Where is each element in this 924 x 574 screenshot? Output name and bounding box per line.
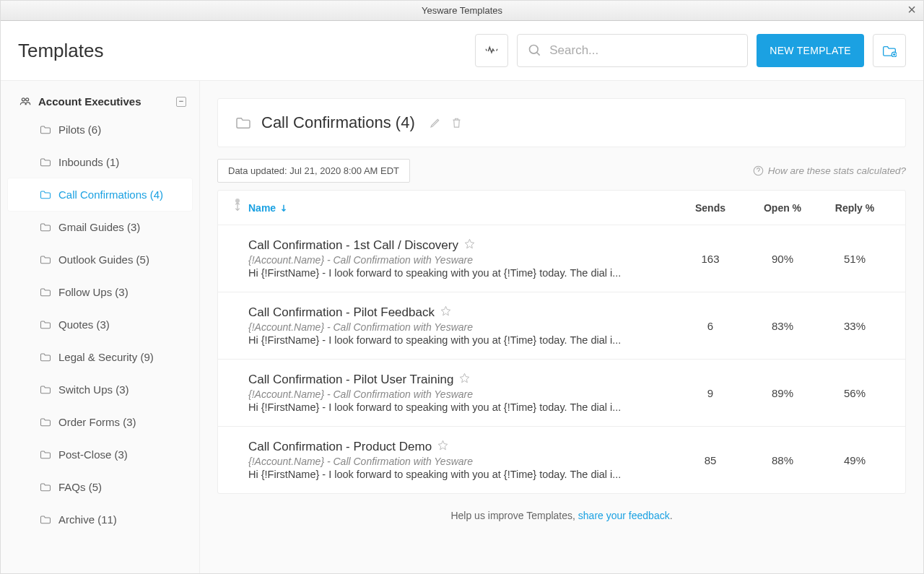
sidebar-item-label: Order Forms (3) bbox=[58, 416, 136, 428]
folder-icon bbox=[40, 450, 51, 459]
star-icon[interactable] bbox=[440, 305, 451, 320]
search-box[interactable] bbox=[517, 34, 748, 67]
search-icon bbox=[528, 43, 542, 58]
templates-table: Name Sends Open % Reply % Call Confirmat… bbox=[217, 190, 906, 494]
sidebar-item-label: Archive (11) bbox=[58, 513, 117, 526]
svg-line-1 bbox=[537, 53, 540, 56]
people-icon bbox=[19, 97, 31, 106]
new-folder-icon bbox=[882, 45, 897, 57]
wave-icon bbox=[484, 43, 500, 58]
folder-icon bbox=[40, 515, 51, 524]
star-icon[interactable] bbox=[459, 373, 470, 387]
svg-point-0 bbox=[530, 45, 539, 54]
svg-point-4 bbox=[26, 98, 29, 101]
folder-icon bbox=[40, 157, 51, 167]
sidebar-item-label: Post-Close (3) bbox=[58, 448, 128, 461]
footer-help: Help us improve Templates, share your fe… bbox=[217, 494, 906, 537]
template-preview: Hi {!FirstName} - I look forward to spea… bbox=[248, 401, 674, 413]
new-template-button[interactable]: NEW TEMPLATE bbox=[757, 34, 864, 67]
sidebar-item[interactable]: Inbounds (1) bbox=[1, 146, 199, 178]
folder-title: Call Confirmations (4) bbox=[261, 113, 415, 132]
sort-down-icon bbox=[280, 204, 287, 212]
close-icon[interactable]: × bbox=[905, 2, 919, 17]
folder-icon bbox=[40, 320, 51, 329]
star-icon[interactable] bbox=[437, 440, 448, 454]
sidebar-item[interactable]: Outlook Guides (5) bbox=[1, 243, 199, 276]
sidebar-item[interactable]: Legal & Security (9) bbox=[1, 341, 199, 373]
sidebar-item[interactable]: Archive (11) bbox=[1, 503, 199, 536]
cell-reply: 33% bbox=[819, 320, 891, 332]
table-row[interactable]: Call Confirmation - Pilot Feedback{!Acco… bbox=[218, 292, 905, 360]
folder-icon bbox=[40, 255, 51, 264]
table-row[interactable]: Call Confirmation - Pilot User Training{… bbox=[218, 360, 905, 427]
collapse-icon[interactable]: − bbox=[176, 97, 186, 107]
new-folder-button[interactable] bbox=[873, 34, 906, 67]
template-subject: {!Account.Name} - Call Confirmation with… bbox=[248, 254, 674, 266]
folder-icon bbox=[40, 287, 51, 297]
column-open[interactable]: Open % bbox=[746, 202, 819, 214]
sidebar-group-header[interactable]: Account Executives − bbox=[1, 90, 199, 113]
sidebar-item-label: Outlook Guides (5) bbox=[58, 253, 149, 266]
cell-reply: 56% bbox=[819, 387, 891, 399]
data-updated-label: Data updated: Jul 21, 2020 8:00 AM EDT bbox=[217, 159, 410, 183]
template-title: Call Confirmation - Pilot User Training bbox=[248, 373, 453, 387]
folder-panel: Call Confirmations (4) bbox=[217, 98, 906, 147]
sidebar-item-label: Quotes (3) bbox=[58, 318, 110, 331]
sidebar-item[interactable]: Quotes (3) bbox=[1, 308, 199, 341]
feedback-link[interactable]: share your feedback bbox=[578, 510, 670, 521]
template-preview: Hi {!FirstName} - I look forward to spea… bbox=[248, 469, 674, 480]
sidebar-item-label: Call Confirmations (4) bbox=[58, 188, 163, 201]
sidebar-item[interactable]: Switch Ups (3) bbox=[1, 373, 199, 406]
sidebar-item-label: Pilots (6) bbox=[58, 123, 101, 136]
template-subject: {!Account.Name} - Call Confirmation with… bbox=[248, 321, 674, 333]
wave-button[interactable] bbox=[475, 34, 508, 67]
cell-reply: 49% bbox=[819, 454, 891, 466]
column-name[interactable]: Name bbox=[248, 202, 674, 214]
template-preview: Hi {!FirstName} - I look forward to spea… bbox=[248, 334, 674, 346]
table-header: Name Sends Open % Reply % bbox=[218, 191, 905, 225]
sidebar-item[interactable]: Follow Ups (3) bbox=[1, 276, 199, 308]
svg-point-3 bbox=[22, 98, 25, 101]
sidebar-item[interactable]: Post-Close (3) bbox=[1, 438, 199, 471]
sidebar-item[interactable]: Call Confirmations (4) bbox=[8, 178, 192, 211]
folder-icon bbox=[40, 385, 51, 394]
folder-icon bbox=[40, 482, 51, 492]
template-preview: Hi {!FirstName} - I look forward to spea… bbox=[248, 267, 674, 279]
sidebar-group-label: Account Executives bbox=[38, 95, 141, 108]
stats-help-link[interactable]: How are these stats calculated? bbox=[753, 165, 906, 176]
cell-open: 88% bbox=[746, 454, 819, 466]
sidebar-item[interactable]: Order Forms (3) bbox=[1, 406, 199, 438]
trash-icon[interactable] bbox=[451, 117, 462, 129]
template-title: Call Confirmation - 1st Call / Discovery bbox=[248, 238, 458, 253]
page-title: Templates bbox=[18, 40, 104, 62]
folder-icon bbox=[40, 125, 51, 134]
main-content: Call Confirmations (4) Data updated: Jul… bbox=[200, 81, 923, 573]
sort-handle-icon[interactable] bbox=[232, 201, 248, 214]
cell-sends: 6 bbox=[674, 320, 746, 332]
cell-sends: 85 bbox=[674, 454, 746, 466]
template-subject: {!Account.Name} - Call Confirmation with… bbox=[248, 388, 674, 400]
column-sends[interactable]: Sends bbox=[674, 202, 746, 214]
search-input[interactable] bbox=[549, 43, 737, 58]
folder-icon bbox=[40, 417, 51, 427]
sidebar-item[interactable]: Gmail Guides (3) bbox=[1, 211, 199, 243]
edit-icon[interactable] bbox=[430, 117, 441, 129]
sidebar-item-label: Switch Ups (3) bbox=[58, 383, 129, 396]
template-title: Call Confirmation - Pilot Feedback bbox=[248, 305, 435, 320]
sidebar-item[interactable]: Pilots (6) bbox=[1, 113, 199, 146]
sidebar: Account Executives − Pilots (6)Inbounds … bbox=[1, 81, 200, 573]
help-icon bbox=[753, 165, 764, 176]
folder-icon bbox=[40, 222, 51, 232]
folder-icon bbox=[40, 190, 51, 199]
column-reply[interactable]: Reply % bbox=[819, 202, 891, 214]
sidebar-item-label: FAQs (5) bbox=[58, 481, 102, 493]
titlebar: Yesware Templates × bbox=[1, 1, 923, 21]
table-row[interactable]: Call Confirmation - 1st Call / Discovery… bbox=[218, 225, 905, 292]
star-icon[interactable] bbox=[464, 238, 475, 253]
sidebar-item-label: Legal & Security (9) bbox=[58, 351, 154, 363]
cell-open: 83% bbox=[746, 320, 819, 332]
template-title: Call Confirmation - Product Demo bbox=[248, 440, 432, 454]
table-row[interactable]: Call Confirmation - Product Demo{!Accoun… bbox=[218, 427, 905, 493]
sidebar-item[interactable]: FAQs (5) bbox=[1, 471, 199, 503]
cell-open: 89% bbox=[746, 387, 819, 399]
